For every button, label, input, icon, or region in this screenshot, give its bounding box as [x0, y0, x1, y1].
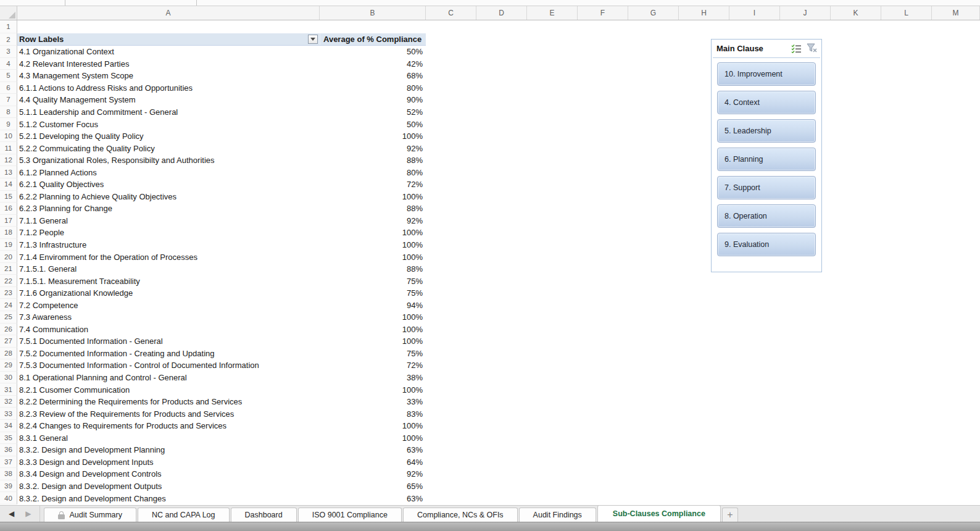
- sub-clause-label-cell[interactable]: 7.1.4 Enviromment for the Operation of P…: [17, 251, 320, 263]
- sheet-tab-sub-clauses-compliance[interactable]: Sub-Clauses Compliance: [597, 505, 721, 522]
- sub-clause-label-cell[interactable]: 8.3.1 General: [17, 432, 320, 445]
- slicer-button-10-improvement[interactable]: 10. Improvement: [717, 62, 816, 86]
- row-header-9[interactable]: 9: [0, 118, 17, 130]
- row-header-19[interactable]: 19: [0, 239, 17, 251]
- row-header-28[interactable]: 28: [0, 348, 17, 360]
- sub-clause-label-cell[interactable]: 4.2 Relevant Interested Parties: [17, 58, 320, 70]
- multi-select-icon[interactable]: [791, 43, 802, 53]
- compliance-value-cell[interactable]: 38%: [320, 372, 426, 384]
- row-header-34[interactable]: 34: [0, 420, 17, 432]
- sub-clause-label-cell[interactable]: 7.5.3 Documented Information - Control o…: [17, 359, 320, 372]
- sheet-tab-dashboard[interactable]: Dashboard: [231, 508, 297, 522]
- compliance-value-cell[interactable]: 100%: [320, 227, 426, 239]
- sub-clause-label-cell[interactable]: 7.5.1 Documented Information - General: [17, 335, 320, 348]
- row-header-37[interactable]: 37: [0, 456, 17, 469]
- sub-clause-label-cell[interactable]: 4.3 Management System Scope: [17, 70, 320, 82]
- clear-filter-icon[interactable]: [807, 43, 818, 53]
- compliance-value-cell[interactable]: 80%: [320, 166, 426, 178]
- sub-clause-label-cell[interactable]: 8.1 Operational Planning and Control - G…: [17, 372, 320, 384]
- row-header-22[interactable]: 22: [0, 275, 17, 287]
- row-header-31[interactable]: 31: [0, 383, 17, 396]
- row-header-1[interactable]: 1: [0, 20, 17, 33]
- compliance-value-cell[interactable]: 100%: [320, 239, 426, 251]
- row-header-16[interactable]: 16: [0, 203, 17, 215]
- compliance-value-cell[interactable]: 90%: [320, 94, 426, 106]
- row-header-21[interactable]: 21: [0, 263, 17, 275]
- column-header-A[interactable]: A: [17, 6, 320, 20]
- column-header-D[interactable]: D: [476, 6, 527, 20]
- sub-clause-label-cell[interactable]: 8.3.2. Design and Development Outputs: [17, 480, 320, 493]
- compliance-value-cell[interactable]: 68%: [320, 70, 426, 82]
- compliance-value-cell[interactable]: 100%: [320, 130, 426, 143]
- value-header-cell[interactable]: Average of % Compliance: [320, 33, 426, 45]
- row-header-39[interactable]: 39: [0, 480, 17, 493]
- compliance-value-cell[interactable]: 100%: [320, 311, 426, 324]
- slicer-button-8-operation[interactable]: 8. Operation: [717, 204, 816, 228]
- row-header-5[interactable]: 5: [0, 70, 17, 82]
- row-header-33[interactable]: 33: [0, 408, 17, 420]
- column-header-M[interactable]: M: [932, 6, 980, 20]
- column-header-I[interactable]: I: [729, 6, 780, 20]
- sub-clause-label-cell[interactable]: 6.1.1 Actions to Address Risks and Oppor…: [17, 82, 320, 94]
- compliance-value-cell[interactable]: 100%: [320, 191, 426, 203]
- row-header-23[interactable]: 23: [0, 287, 17, 299]
- row-header-12[interactable]: 12: [0, 154, 17, 167]
- compliance-value-cell[interactable]: 100%: [320, 335, 426, 348]
- compliance-value-cell[interactable]: 88%: [320, 154, 426, 167]
- compliance-value-cell[interactable]: 100%: [320, 251, 426, 263]
- sub-clause-label-cell[interactable]: 5.1.2 Customer Focus: [17, 118, 320, 130]
- compliance-value-cell[interactable]: 94%: [320, 299, 426, 311]
- sub-clause-label-cell[interactable]: 8.2.4 Changes to Requirements for Produc…: [17, 420, 320, 432]
- compliance-value-cell[interactable]: 52%: [320, 106, 426, 119]
- row-header-26[interactable]: 26: [0, 324, 17, 336]
- next-sheet-arrow-icon[interactable]: ▶: [25, 510, 31, 517]
- column-header-K[interactable]: K: [831, 6, 881, 20]
- compliance-value-cell[interactable]: 72%: [320, 178, 426, 191]
- sub-clause-label-cell[interactable]: 5.2.1 Developing the Quality Policy: [17, 130, 320, 143]
- compliance-value-cell[interactable]: 75%: [320, 275, 426, 287]
- slicer-button-5-leadership[interactable]: 5. Leadership: [717, 119, 816, 143]
- compliance-value-cell[interactable]: 50%: [320, 46, 426, 58]
- sub-clause-label-cell[interactable]: 7.1.6 Organizational Knowledge: [17, 287, 320, 299]
- sub-clause-label-cell[interactable]: 8.3.2. Design and Development Planning: [17, 444, 320, 456]
- slicer-button-6-planning[interactable]: 6. Planning: [717, 148, 816, 171]
- compliance-value-cell[interactable]: 100%: [320, 432, 426, 445]
- column-header-E[interactable]: E: [527, 6, 578, 20]
- row-header-13[interactable]: 13: [0, 166, 17, 178]
- row-header-36[interactable]: 36: [0, 444, 17, 456]
- sub-clause-label-cell[interactable]: 6.1.2 Planned Actions: [17, 166, 320, 178]
- compliance-value-cell[interactable]: 83%: [320, 408, 426, 420]
- sub-clause-label-cell[interactable]: 4.1 Organizational Context: [17, 46, 320, 58]
- sub-clause-label-cell[interactable]: 7.1.1 General: [17, 215, 320, 227]
- compliance-value-cell[interactable]: 64%: [320, 456, 426, 469]
- sheet-tab-nc-and-capa-log[interactable]: NC and CAPA Log: [138, 508, 230, 522]
- sub-clause-label-cell[interactable]: 7.2 Competence: [17, 299, 320, 311]
- sheet-tab-audit-findings[interactable]: Audit Findings: [519, 508, 596, 522]
- sub-clause-label-cell[interactable]: 8.2.1 Cusomer Communication: [17, 383, 320, 396]
- sub-clause-label-cell[interactable]: 8.2.3 Review of the Requirements for Pro…: [17, 408, 320, 420]
- sub-clause-label-cell[interactable]: 6.2.1 Quality Objectives: [17, 178, 320, 191]
- sub-clause-label-cell[interactable]: 6.2.3 Planning for Change: [17, 203, 320, 215]
- compliance-value-cell[interactable]: 63%: [320, 492, 426, 504]
- sub-clause-label-cell[interactable]: 7.4 Communication: [17, 324, 320, 336]
- sub-clause-label-cell[interactable]: 8.3.4 Design and Development Controls: [17, 468, 320, 480]
- sheet-tab-audit-summary[interactable]: Audit Summary: [44, 508, 136, 522]
- row-header-40[interactable]: 40: [0, 492, 17, 504]
- slicer-button-4-context[interactable]: 4. Context: [717, 91, 816, 114]
- compliance-value-cell[interactable]: 88%: [320, 263, 426, 275]
- slicer-button-7-support[interactable]: 7. Support: [717, 176, 816, 199]
- add-sheet-button[interactable]: +: [722, 508, 738, 522]
- compliance-value-cell[interactable]: 75%: [320, 348, 426, 360]
- row-header-11[interactable]: 11: [0, 142, 17, 154]
- sub-clause-label-cell[interactable]: 8.3.2. Design and Development Changes: [17, 492, 320, 504]
- column-header-L[interactable]: L: [881, 6, 932, 20]
- sub-clause-label-cell[interactable]: 7.1.5.1. Measurement Traceability: [17, 275, 320, 287]
- sub-clause-label-cell[interactable]: 6.2.2 Planning to Achieve Quality Object…: [17, 191, 320, 203]
- row-header-17[interactable]: 17: [0, 215, 17, 227]
- compliance-value-cell[interactable]: 72%: [320, 359, 426, 372]
- compliance-value-cell[interactable]: 50%: [320, 118, 426, 130]
- row-header-38[interactable]: 38: [0, 468, 17, 480]
- row-header-6[interactable]: 6: [0, 82, 17, 94]
- row-header-14[interactable]: 14: [0, 178, 17, 191]
- row-header-2[interactable]: 2: [0, 33, 17, 46]
